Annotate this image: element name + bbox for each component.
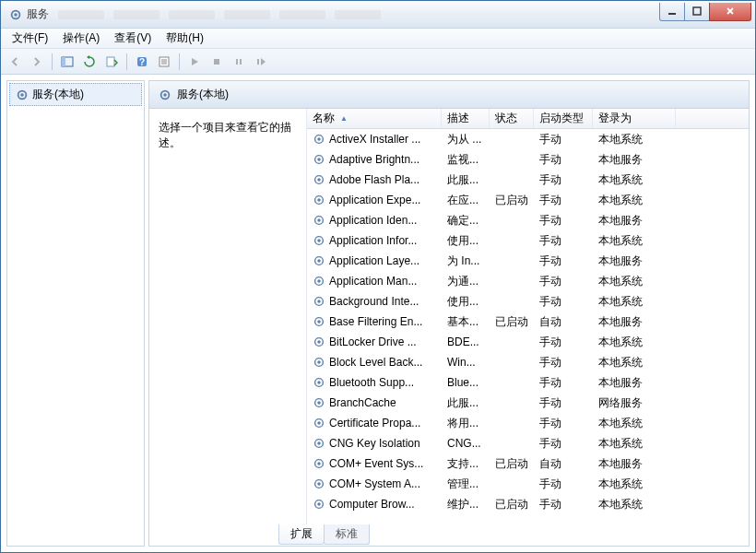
- refresh-button[interactable]: [79, 52, 100, 72]
- service-row[interactable]: CNG Key IsolationCNG...手动本地系统: [307, 433, 749, 453]
- service-startup: 手动: [534, 393, 593, 414]
- service-startup: 手动: [534, 474, 593, 495]
- service-logon: 本地服务: [593, 453, 676, 475]
- tab-standard[interactable]: 标准: [324, 524, 370, 545]
- column-name[interactable]: 名称▲: [307, 109, 442, 128]
- service-status: [490, 481, 534, 487]
- service-icon: [313, 356, 325, 369]
- service-row[interactable]: Adaptive Brightn...监视...手动本地服务: [307, 149, 749, 170]
- column-status[interactable]: 状态: [490, 109, 534, 128]
- service-status: 已启动: [490, 312, 534, 333]
- export-button[interactable]: [101, 52, 122, 72]
- svg-rect-6: [107, 57, 114, 66]
- service-startup: 手动: [534, 190, 593, 211]
- service-name: Application Expe...: [329, 194, 420, 206]
- svg-rect-2: [668, 13, 676, 15]
- service-desc: 在应...: [442, 190, 490, 211]
- service-desc: 确定...: [442, 210, 490, 231]
- service-row[interactable]: Background Inte...使用...手动本地系统: [307, 291, 749, 312]
- description-prompt: 选择一个项目来查看它的描述。: [159, 121, 291, 149]
- tab-extended[interactable]: 扩展: [278, 524, 325, 545]
- service-row[interactable]: Application Iden...确定...手动本地服务: [307, 210, 749, 230]
- menu-view[interactable]: 查看(V): [109, 29, 157, 48]
- service-name: BranchCache: [329, 396, 396, 409]
- services-icon: [16, 88, 29, 101]
- properties-button[interactable]: [154, 52, 174, 72]
- titlebar[interactable]: 服务: [1, 1, 755, 29]
- svg-rect-5: [62, 57, 65, 66]
- toolbar: ?: [1, 49, 755, 75]
- service-logon: 本地系统: [593, 271, 676, 292]
- service-icon: [313, 254, 325, 267]
- column-startup[interactable]: 启动类型: [534, 109, 593, 128]
- service-logon: 本地服务: [593, 149, 676, 171]
- tree-root-label: 服务(本地): [32, 87, 84, 102]
- maximize-button[interactable]: [684, 3, 710, 21]
- service-logon: 本地系统: [593, 129, 676, 150]
- service-row[interactable]: Certificate Propa...将用...手动本地系统: [307, 413, 749, 433]
- column-logon[interactable]: 登录为: [593, 109, 676, 128]
- menu-action[interactable]: 操作(A): [57, 29, 105, 48]
- pause-service-button[interactable]: [229, 52, 249, 72]
- nav-back-button[interactable]: [5, 52, 25, 72]
- list-body[interactable]: ActiveX Installer ...为从 ...手动本地系统Adaptiv…: [307, 129, 749, 525]
- menu-help[interactable]: 帮助(H): [160, 29, 209, 48]
- svg-rect-14: [236, 59, 238, 65]
- service-logon: 本地系统: [593, 190, 676, 211]
- help-button[interactable]: ?: [132, 52, 152, 72]
- service-row[interactable]: BitLocker Drive ...BDE...手动本地系统: [307, 332, 749, 352]
- menu-file[interactable]: 文件(F): [6, 29, 53, 48]
- start-service-button[interactable]: [184, 52, 205, 72]
- service-row[interactable]: Application Expe...在应...已启动手动本地系统: [307, 190, 749, 210]
- service-icon: [313, 498, 325, 511]
- service-desc: 管理...: [442, 474, 490, 495]
- services-list: 名称▲ 描述 状态 启动类型 登录为 ActiveX Installer ...…: [306, 109, 749, 525]
- tree-root-item[interactable]: 服务(本地): [9, 83, 142, 106]
- service-row[interactable]: Application Laye...为 In...手动本地服务: [307, 251, 749, 271]
- service-desc: Win...: [442, 353, 490, 371]
- svg-point-28: [317, 198, 321, 202]
- service-row[interactable]: Block Level Back...Win...手动本地系统: [307, 352, 749, 372]
- close-button[interactable]: [709, 3, 751, 21]
- service-logon: 本地系统: [593, 230, 676, 252]
- service-row[interactable]: COM+ Event Sys...支持...已启动自动本地服务: [307, 453, 749, 474]
- column-description[interactable]: 描述: [442, 109, 490, 128]
- service-row[interactable]: Adobe Flash Pla...此服...手动本地系统: [307, 170, 749, 190]
- service-name: Application Man...: [329, 275, 417, 288]
- minimize-button[interactable]: [659, 3, 685, 21]
- restart-service-button[interactable]: [251, 52, 271, 72]
- list-header: 名称▲ 描述 状态 启动类型 登录为: [307, 109, 749, 129]
- service-row[interactable]: Bluetooth Supp...Blue...手动本地服务: [307, 372, 749, 393]
- nav-forward-button[interactable]: [27, 52, 47, 72]
- svg-point-40: [317, 320, 321, 324]
- service-name: Background Inte...: [329, 295, 419, 308]
- svg-point-44: [317, 360, 321, 364]
- service-icon: [313, 396, 325, 409]
- service-row[interactable]: BranchCache此服...手动网络服务: [307, 393, 749, 413]
- content-row: 选择一个项目来查看它的描述。 名称▲ 描述 状态 启动类型 登录为 Active…: [149, 109, 749, 525]
- service-desc: BDE...: [442, 333, 490, 351]
- service-row[interactable]: ActiveX Installer ...为从 ...手动本地系统: [307, 129, 749, 149]
- services-window: 服务 文件(F) 操作(A) 查看(V) 帮助(H) ?: [0, 0, 756, 553]
- service-status: [490, 339, 534, 345]
- service-row[interactable]: COM+ System A...管理...手动本地系统: [307, 474, 749, 494]
- service-name: Computer Brow...: [329, 498, 415, 511]
- stop-service-button[interactable]: [207, 52, 227, 72]
- svg-point-50: [317, 421, 321, 425]
- sort-asc-icon: ▲: [340, 114, 348, 123]
- service-row[interactable]: Application Infor...使用...手动本地系统: [307, 230, 749, 251]
- show-hide-tree-button[interactable]: [57, 52, 77, 72]
- service-row[interactable]: Base Filtering En...基本...已启动自动本地服务: [307, 312, 749, 332]
- tree-pane[interactable]: 服务(本地): [6, 80, 145, 547]
- background-tabs-ghost: [58, 10, 660, 19]
- service-status: [490, 177, 534, 182]
- service-row[interactable]: Application Man...为通...手动本地系统: [307, 271, 749, 291]
- service-status: [490, 380, 534, 385]
- service-name: CNG Key Isolation: [329, 437, 420, 450]
- service-status: 已启动: [490, 494, 534, 515]
- service-status: [490, 420, 534, 426]
- service-name: Block Level Back...: [329, 356, 422, 369]
- service-row[interactable]: Computer Brow...维护...已启动手动本地系统: [307, 494, 749, 514]
- service-desc: 为从 ...: [442, 129, 490, 150]
- svg-point-1: [14, 13, 18, 17]
